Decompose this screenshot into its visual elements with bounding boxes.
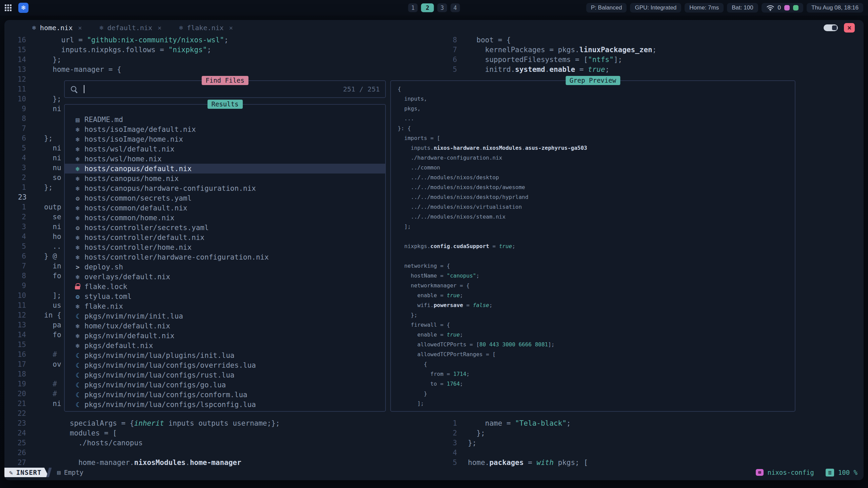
file-result-row[interactable]: ❄ hosts/controller/hardware-configuratio… bbox=[65, 252, 385, 262]
tray-app-icon-green[interactable] bbox=[793, 5, 798, 11]
line-number: 4 bbox=[4, 232, 27, 242]
line-number: 6 bbox=[445, 55, 458, 65]
file-result-row[interactable]: ❄ hosts/common/home.nix bbox=[65, 213, 385, 223]
notification-count[interactable]: 0 bbox=[778, 4, 781, 11]
line-number: 9 bbox=[4, 281, 27, 291]
file-result-row[interactable]: ☾ pkgs/nvim/nvim/lua/configs/lspconfig.l… bbox=[65, 400, 385, 409]
tray-app-icon-pink[interactable] bbox=[784, 5, 790, 11]
file-path: hosts/controller/hardware-configuration.… bbox=[84, 253, 269, 261]
line-number: 9 bbox=[4, 104, 27, 114]
workspace-switcher: 1 2 3 4 bbox=[408, 3, 460, 12]
line-number: 20 bbox=[4, 389, 27, 399]
file-result-row[interactable]: ❄ hosts/wsl/default.nix bbox=[65, 144, 385, 154]
file-type-icon: ☾ bbox=[74, 351, 82, 360]
file-type-icon: ❄ bbox=[74, 322, 82, 330]
line-number: 2 bbox=[4, 173, 27, 183]
preview-code-line: from = 1714; bbox=[398, 369, 795, 379]
code-line: home.packages = with pkgs; [ bbox=[468, 458, 841, 468]
file-result-row[interactable]: ☾ pkgs/nvim/nvim/lua/configs/overrides.l… bbox=[65, 360, 385, 370]
editor-tab[interactable]: ❄ flake.nix × bbox=[170, 20, 242, 35]
file-result-row[interactable]: ❄ pkgs/nvim/default.nix bbox=[65, 331, 385, 341]
line-number: 3 bbox=[4, 222, 27, 232]
file-result-row[interactable]: > deploy.sh bbox=[65, 262, 385, 272]
file-result-row[interactable]: ❄ hosts/wsl/home.nix bbox=[65, 154, 385, 164]
line-number: 8 bbox=[4, 271, 27, 281]
line-number: 26 bbox=[4, 448, 27, 458]
file-path: hosts/controller/secrets.yaml bbox=[84, 224, 209, 232]
file-result-row[interactable]: ❄ hosts/canopus/hardware-configuration.n… bbox=[65, 183, 385, 193]
file-result-row[interactable]: ❄ pkgs/default.nix bbox=[65, 341, 385, 350]
file-result-row[interactable]: ⚙ hosts/common/secrets.yaml bbox=[65, 193, 385, 203]
file-type-icon: ❄ bbox=[74, 253, 82, 262]
nixos-logo-icon[interactable]: ❄ bbox=[18, 3, 28, 13]
code-line: }; bbox=[468, 428, 841, 438]
workspace-button[interactable]: 2 bbox=[421, 3, 434, 12]
file-result-row[interactable]: ☾ pkgs/nvim/nvim/lua/configs/rust.lua bbox=[65, 370, 385, 380]
line-number: 10 bbox=[4, 94, 27, 104]
file-path: hosts/canopus/hardware-configuration.nix bbox=[84, 184, 256, 192]
file-result-row[interactable]: ❄ hosts/controller/home.nix bbox=[65, 242, 385, 252]
mode-label: INSERT bbox=[16, 469, 42, 476]
file-result-row[interactable]: ▤ README.md bbox=[65, 115, 385, 124]
workspace-button[interactable]: 4 bbox=[450, 3, 460, 12]
window-close-button[interactable]: × bbox=[844, 23, 855, 33]
result-count: 251 / 251 bbox=[343, 85, 380, 93]
file-type-icon: ⚙ bbox=[74, 194, 82, 203]
file-result-row[interactable]: ❄ overlays/default.nix bbox=[65, 272, 385, 282]
results-list: ▤ README.md ❄ hosts/isoImage/default.nix… bbox=[65, 115, 385, 409]
tab-close-icon[interactable]: × bbox=[158, 24, 161, 32]
line-number: 23 bbox=[4, 192, 27, 202]
file-result-row[interactable]: ❄ hosts/isoImage/default.nix bbox=[65, 124, 385, 134]
file-result-row[interactable]: ❄ hosts/canopus/default.nix bbox=[65, 164, 385, 174]
app-launcher-grid-icon[interactable] bbox=[5, 4, 12, 11]
preview-code-line: nixpkgs.config.cudaSupport = true; bbox=[398, 241, 795, 251]
file-path: stylua.toml bbox=[84, 292, 132, 301]
file-path: pkgs/nvim/nvim/init.lua bbox=[84, 312, 183, 320]
file-type-icon: ❄ bbox=[74, 164, 82, 173]
workspace-button[interactable]: 3 bbox=[437, 3, 447, 12]
file-path: pkgs/nvim/nvim/lua/configs/conform.lua bbox=[84, 391, 247, 399]
tab-close-icon[interactable]: × bbox=[229, 24, 233, 32]
file-result-row[interactable]: ⚙ hosts/controller/secrets.yaml bbox=[65, 223, 385, 232]
file-type-icon: ☾ bbox=[74, 312, 82, 321]
status-pills: P: Balanced GPU: Integrated Home: 7ms Ba… bbox=[586, 3, 758, 13]
preview-code-line: networking = { bbox=[398, 261, 795, 271]
wifi-icon[interactable] bbox=[766, 5, 774, 11]
editor-tab[interactable]: ❄ home.nix × bbox=[23, 20, 91, 35]
file-result-row[interactable]: ❄ hosts/common/default.nix bbox=[65, 203, 385, 213]
file-path: deploy.sh bbox=[84, 263, 123, 271]
file-result-row[interactable]: ❄ hosts/isoImage/home.nix bbox=[65, 134, 385, 144]
grep-preview-panel: Grep Preview { inputs, pkgs, ... }: { im… bbox=[390, 80, 795, 412]
file-result-row[interactable]: flake.lock bbox=[65, 282, 385, 291]
line-number: 5 bbox=[4, 242, 27, 251]
file-path: flake.nix bbox=[84, 302, 123, 310]
editor-tabbar: ❄ home.nix × ❄ default.nix × ❄ flake.nix… bbox=[4, 20, 864, 35]
status-pill: Home: 7ms bbox=[685, 3, 724, 13]
panel-toggle[interactable] bbox=[824, 24, 838, 31]
results-title-badge: Results bbox=[207, 100, 242, 109]
buffer-name: ▤ Empty bbox=[57, 469, 83, 476]
find-files-results: Results ▤ README.md ❄ hosts/isoImage/def… bbox=[64, 104, 386, 412]
file-type-icon: ☾ bbox=[74, 390, 82, 399]
file-result-row[interactable]: ⚙ stylua.toml bbox=[65, 291, 385, 301]
preview-code-line: ../../modules/nixos/steam.nix bbox=[398, 212, 795, 222]
preview-code-line: inputs.nixos-hardware.nixosModules.asus-… bbox=[398, 143, 795, 153]
file-result-row[interactable]: ❄ flake.nix bbox=[65, 301, 385, 311]
line-number: 4 bbox=[445, 448, 458, 458]
file-result-row[interactable]: ☾ pkgs/nvim/nvim/lua/configs/go.lua bbox=[65, 380, 385, 390]
editor-tab[interactable]: ❄ default.nix × bbox=[91, 20, 171, 35]
file-result-row[interactable]: ☾ pkgs/nvim/nvim/init.lua bbox=[65, 311, 385, 321]
code-line: }; bbox=[44, 55, 417, 65]
file-result-row[interactable]: ☾ pkgs/nvim/nvim/lua/configs/conform.lua bbox=[65, 390, 385, 400]
workspace-button[interactable]: 1 bbox=[408, 3, 418, 12]
file-result-row[interactable]: ❄ hosts/canopus/home.nix bbox=[65, 174, 385, 183]
file-result-row[interactable]: ❄ hosts/controller/default.nix bbox=[65, 232, 385, 242]
file-result-row[interactable]: ❄ home/tux/default.nix bbox=[65, 321, 385, 331]
find-files-prompt: Find Files 251 / 251 bbox=[64, 80, 386, 98]
code-line: inputs.nixpkgs.follows = "nixpkgs"; bbox=[44, 45, 417, 55]
line-number: 12 bbox=[4, 75, 27, 84]
code-line: supportedFilesystems = ["ntfs"]; bbox=[468, 55, 841, 65]
preview-code-line: ./hardware-configuration.nix bbox=[398, 153, 795, 163]
tab-close-icon[interactable]: × bbox=[78, 24, 82, 32]
file-result-row[interactable]: ☾ pkgs/nvim/nvim/lua/plugins/init.lua bbox=[65, 350, 385, 360]
